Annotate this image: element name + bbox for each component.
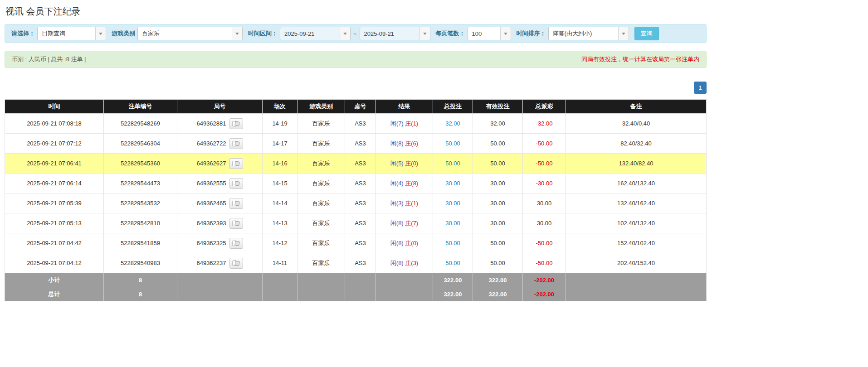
view-cards-button[interactable] — [229, 138, 243, 149]
cell-valid-bet: 30.00 — [473, 174, 523, 193]
grand-total-count: 8 — [104, 287, 177, 301]
cell-time: 2025-09-21 07:04:42 — [5, 233, 104, 253]
query-type-label: 请选择： — [11, 29, 35, 38]
subtotal-valid-bet: 322.00 — [473, 273, 523, 287]
cell-total-bet[interactable]: 50.00 — [433, 253, 473, 273]
result-player: 闲(4) — [390, 180, 404, 187]
game-type-select[interactable]: 百家乐 — [137, 27, 243, 40]
cell-total-bet[interactable]: 50.00 — [433, 154, 473, 174]
col-header-game-type: 游戏类别 — [297, 100, 345, 114]
chevron-down-icon — [618, 27, 629, 40]
view-cards-button[interactable] — [229, 118, 243, 129]
subtotal-empty — [263, 273, 297, 287]
view-cards-button[interactable] — [229, 258, 243, 269]
cell-game-type: 百家乐 — [297, 253, 345, 273]
round-number: 649362722 — [196, 140, 226, 147]
view-cards-button[interactable] — [229, 178, 243, 189]
cell-time: 2025-09-21 07:07:12 — [5, 134, 104, 154]
cell-payout: -32.00 — [523, 114, 566, 134]
cell-session: 14-13 — [263, 213, 297, 233]
content: 请选择： 日期查询 游戏类别 百家乐 时间区间： 2025-09-21 ~ 20… — [5, 24, 707, 301]
cell-table-no: AS3 — [345, 134, 376, 154]
cell-payout: -50.00 — [523, 154, 566, 174]
cell-bet-id: 522829546304 — [104, 134, 177, 154]
cell-payout: -30.00 — [523, 174, 566, 193]
cell-total-bet[interactable]: 50.00 — [433, 134, 473, 154]
grand-total-payout: -202.00 — [523, 287, 566, 301]
cell-bet-id: 522829548269 — [104, 114, 177, 134]
grand-total-empty — [345, 287, 376, 301]
table-row: 2025-09-21 07:05:39 522829543532 6493624… — [5, 193, 707, 213]
cell-session: 14-16 — [263, 154, 297, 174]
result-banker: 庄(1) — [405, 200, 418, 207]
chevron-down-icon — [232, 27, 242, 40]
sort-select[interactable]: 降冪(由大到小) — [548, 27, 629, 40]
round-number: 649362555 — [196, 180, 226, 187]
subtotal-empty — [345, 273, 376, 287]
grand-total-empty — [177, 287, 263, 301]
col-header-time: 时间 — [5, 100, 104, 114]
cell-total-bet[interactable]: 30.00 — [433, 193, 473, 213]
cell-bet-id: 522829540983 — [104, 253, 177, 273]
cell-total-bet[interactable]: 50.00 — [433, 233, 473, 253]
cell-game-type: 百家乐 — [297, 233, 345, 253]
grand-total-valid-bet: 322.00 — [473, 287, 523, 301]
cell-bet-id: 522829543532 — [104, 193, 177, 213]
cell-note: 162.40/132.40 — [566, 174, 707, 193]
view-cards-button[interactable] — [229, 238, 243, 249]
result-banker: 庄(1) — [405, 120, 418, 127]
cell-round: 649362555 — [177, 174, 263, 193]
cell-payout: 30.00 — [523, 213, 566, 233]
grand-total-empty — [376, 287, 433, 301]
date-from-input[interactable]: 2025-09-21 — [280, 27, 351, 40]
cell-round: 649362393 — [177, 213, 263, 233]
round-number: 649362881 — [196, 120, 226, 127]
col-header-table-no: 桌号 — [345, 100, 376, 114]
cell-total-bet[interactable]: 30.00 — [433, 174, 473, 193]
query-type-select[interactable]: 日期查询 — [37, 27, 106, 40]
cell-game-type: 百家乐 — [297, 213, 345, 233]
table-header-row: 时间 注单编号 局号 场次 游戏类别 桌号 结果 总投注 有效投注 总派彩 备注 — [5, 100, 707, 114]
table-row: 2025-09-21 07:06:14 522829544473 6493625… — [5, 174, 707, 193]
page-1-button[interactable]: 1 — [694, 82, 707, 94]
cell-result: 闲(7) 庄(1) — [376, 114, 433, 134]
cell-session: 14-15 — [263, 174, 297, 193]
cell-table-no: AS3 — [345, 253, 376, 273]
round-number: 649362465 — [196, 200, 226, 207]
page-title: 视讯 会员下注纪录 — [5, 4, 863, 24]
cell-result: 闲(5) 庄(0) — [376, 154, 433, 174]
cell-session: 14-17 — [263, 134, 297, 154]
cell-time: 2025-09-21 07:05:13 — [5, 213, 104, 233]
result-banker: 庄(8) — [405, 180, 418, 187]
subtotal-count: 8 — [104, 273, 177, 287]
view-cards-button[interactable] — [229, 198, 243, 209]
cell-session: 14-11 — [263, 253, 297, 273]
cell-game-type: 百家乐 — [297, 193, 345, 213]
summary-bar: 币别 : 人民币 | 总共 :8 注单 | 同局有效投注，统一计算在该局第一张注… — [5, 51, 707, 68]
cell-note: 132.40/162.40 — [566, 193, 707, 213]
view-cards-button[interactable] — [229, 218, 243, 229]
cell-total-bet[interactable]: 32.00 — [433, 114, 473, 134]
grand-total-row: 总计 8 322.00 322.00 -202.00 — [5, 287, 707, 301]
cell-valid-bet: 50.00 — [473, 233, 523, 253]
cell-valid-bet: 32.00 — [473, 114, 523, 134]
cell-round: 649362722 — [177, 134, 263, 154]
date-to-input[interactable]: 2025-09-21 — [360, 27, 430, 40]
game-type-value: 百家乐 — [138, 29, 164, 38]
view-cards-button[interactable] — [229, 158, 243, 169]
records-table: 时间 注单编号 局号 场次 游戏类别 桌号 结果 总投注 有效投注 总派彩 备注… — [5, 99, 707, 301]
result-player: 闲(7) — [390, 120, 404, 127]
cell-total-bet[interactable]: 30.00 — [433, 213, 473, 233]
cell-game-type: 百家乐 — [297, 174, 345, 193]
cell-table-no: AS3 — [345, 193, 376, 213]
cell-game-type: 百家乐 — [297, 154, 345, 174]
notice-text: 同局有效投注，统一计算在该局第一张注单内 — [581, 55, 699, 63]
page-size-select[interactable]: 100 — [468, 27, 511, 40]
subtotal-payout: -202.00 — [523, 273, 566, 287]
cell-table-no: AS3 — [345, 174, 376, 193]
search-button[interactable]: 查询 — [634, 27, 659, 40]
result-player: 闲(8) — [390, 220, 404, 227]
cell-note: 32.40/0.40 — [566, 114, 707, 134]
cell-bet-id: 522829545360 — [104, 154, 177, 174]
cell-session: 14-14 — [263, 193, 297, 213]
